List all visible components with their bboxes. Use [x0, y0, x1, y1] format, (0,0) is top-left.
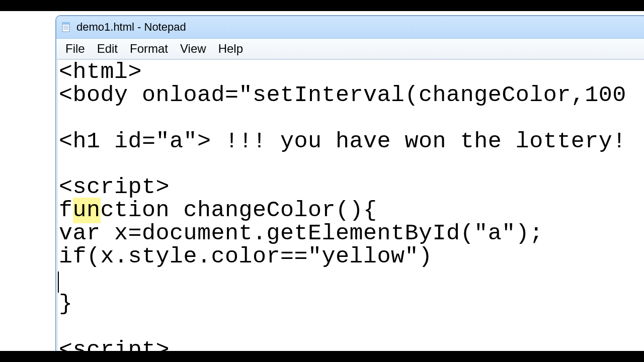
code-line: function changeColor(){: [59, 198, 377, 223]
code-line: if(x.style.color=="yellow"): [59, 244, 433, 269]
code-content[interactable]: <html> <body onload="setInterval(changeC…: [59, 61, 644, 351]
text-editor[interactable]: <html> <body onload="setInterval(changeC…: [57, 59, 644, 351]
menu-view[interactable]: View: [174, 39, 212, 59]
notepad-icon: [60, 21, 72, 33]
highlight: un: [73, 198, 101, 223]
code-frag: f: [59, 198, 73, 223]
code-frag: ction changeColor(){: [101, 198, 377, 223]
code-line: <body onload="setInterval(changeColor,10…: [59, 82, 626, 108]
menu-format[interactable]: Format: [124, 39, 174, 59]
desktop-stage: demo1.html - Notepad File Edit Format Vi…: [0, 11, 644, 351]
text-caret: [57, 272, 59, 293]
svg-rect-1: [62, 23, 69, 25]
titlebar[interactable]: demo1.html - Notepad: [56, 16, 644, 39]
menu-help[interactable]: Help: [212, 39, 249, 59]
code-line: <script>: [59, 174, 170, 200]
window-title: demo1.html - Notepad: [76, 21, 186, 34]
code-line: var x=document.getElementById("a");: [59, 221, 543, 246]
letterbox-top: [0, 0, 644, 11]
menu-edit[interactable]: Edit: [91, 39, 124, 59]
notepad-window: demo1.html - Notepad File Edit Format Vi…: [55, 15, 644, 351]
code-line: <h1 id="a"> !!! you have won the lottery…: [59, 129, 626, 154]
code-line: <script>: [59, 337, 170, 351]
menu-file[interactable]: File: [59, 39, 91, 59]
code-line: <html>: [59, 59, 142, 85]
menubar: File Edit Format View Help: [56, 39, 644, 59]
code-line: }: [59, 291, 73, 317]
letterbox-bottom: [0, 351, 644, 362]
